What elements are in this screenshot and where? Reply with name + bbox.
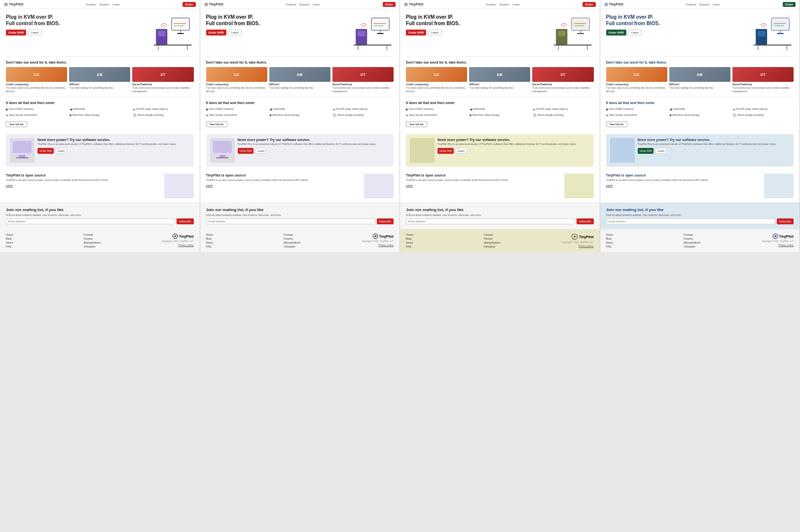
footer-reddit[interactable]: /r/tinypilot (684, 245, 756, 248)
footer-about[interactable]: About (606, 241, 678, 244)
nav-order-button[interactable]: Order (783, 2, 796, 7)
hero-buttons: Order $495 Learn (606, 30, 750, 35)
hero-learn-button[interactable]: Learn (628, 30, 642, 35)
nav-order-button[interactable]: Order (582, 2, 595, 7)
nav-product[interactable]: Product (286, 3, 296, 6)
nav-learn[interactable]: Learn (312, 3, 320, 6)
footer-contact[interactable]: Contact (684, 233, 756, 236)
footer-home[interactable]: Home (6, 233, 78, 236)
footer-about[interactable]: About (206, 241, 278, 244)
footer-privacy-link[interactable]: Privacy policy (378, 244, 394, 247)
opensource-learn-link[interactable]: Learn (606, 184, 613, 187)
email-input[interactable] (206, 218, 375, 224)
email-input[interactable] (6, 218, 175, 224)
see-full-list-button[interactable]: See full list (606, 121, 627, 127)
footer-twitter[interactable]: @tinypilotkvm (684, 241, 756, 244)
footer-blog[interactable]: Blog (206, 237, 278, 240)
email-input[interactable] (606, 218, 775, 224)
nav-learn[interactable]: Learn (112, 3, 120, 6)
footer-blog[interactable]: Blog (606, 237, 678, 240)
footer-twitter[interactable]: @tinypilotkvm (484, 241, 556, 244)
footer-home[interactable]: Home (406, 233, 478, 236)
footer-blog[interactable]: Blog (6, 237, 78, 240)
hero-learn-button[interactable]: Learn (228, 30, 242, 35)
footer-forums[interactable]: Forums (284, 237, 356, 240)
software-learn-button[interactable]: Learn (55, 148, 67, 154)
software-buttons: Order $49 Learn (238, 148, 390, 154)
nav-support[interactable]: Support (99, 3, 109, 6)
footer-about[interactable]: About (406, 241, 478, 244)
hero-learn-button[interactable]: Learn (428, 30, 441, 35)
footer-privacy-link[interactable]: Privacy policy (579, 245, 594, 248)
hero-order-button[interactable]: Order $495 (406, 30, 426, 35)
footer-faq[interactable]: FAQ (206, 245, 278, 248)
opensource-learn-link[interactable]: Learn (6, 184, 13, 187)
footer-reddit[interactable]: /r/tinypilot (84, 245, 156, 248)
nav-product[interactable]: Product (686, 3, 696, 6)
footer-contact[interactable]: Contact (484, 233, 556, 236)
nav-product[interactable]: Product (86, 3, 96, 6)
software-order-button[interactable]: Order $49 (238, 148, 254, 154)
features-section: It does all that and then some ▶ Pure HT… (600, 97, 800, 131)
subscribe-button[interactable]: Subscribe (177, 218, 193, 224)
mailing-title: Join our mailing list, if you like (206, 208, 394, 212)
nav-support[interactable]: Support (299, 3, 309, 6)
nav-learn[interactable]: Learn (512, 3, 520, 6)
subscribe-button[interactable]: Subscribe (577, 218, 593, 224)
see-full-list-button[interactable]: See full list (206, 121, 227, 127)
nav-support[interactable]: Support (699, 3, 709, 6)
nav-learn[interactable]: Learn (712, 3, 720, 6)
footer-twitter[interactable]: @tinypilotkvm (284, 241, 356, 244)
hero-order-button[interactable]: Order $495 (6, 30, 26, 35)
footer-forums[interactable]: Forums (484, 237, 556, 240)
footer-contact[interactable]: Contact (84, 233, 156, 236)
avatar-2: DB (69, 67, 130, 82)
svg-marker-54 (606, 3, 607, 5)
testimonial-quote-3: "Full control over your browser and it r… (532, 86, 593, 93)
hero-order-button[interactable]: Order $495 (206, 30, 226, 35)
software-learn-button[interactable]: Learn (655, 148, 667, 154)
svg-rect-14 (13, 141, 32, 153)
footer-about[interactable]: About (6, 241, 78, 244)
footer-blog[interactable]: Blog (406, 237, 478, 240)
software-order-button[interactable]: Order $49 (638, 148, 654, 154)
footer-home[interactable]: Home (606, 233, 678, 236)
footer-links: Home Contact Blog Forums About @tinypilo… (406, 233, 555, 248)
email-input[interactable] (406, 218, 575, 224)
nav-support[interactable]: Support (499, 3, 509, 6)
subscribe-button[interactable]: Subscribe (777, 218, 794, 224)
footer-contact[interactable]: Contact (284, 233, 356, 236)
footer-privacy-link[interactable]: Privacy policy (778, 244, 794, 247)
feature-icon-2: ◀ (269, 107, 272, 111)
software-learn-button[interactable]: Learn (455, 148, 467, 154)
footer-faq[interactable]: FAQ (406, 245, 478, 248)
footer-forums[interactable]: Forums (684, 237, 756, 240)
software-buttons: Order $49 Learn (638, 148, 790, 154)
footer-reddit[interactable]: /r/tinypilot (484, 245, 556, 248)
opensource-learn-link[interactable]: Learn (406, 184, 413, 187)
testimonials-title: Don't take our word for it, take theirs. (606, 61, 794, 64)
footer-right: TinyPilot Copyright © 2021, TinyPilot, L… (561, 233, 593, 248)
software-order-button[interactable]: Order $49 (437, 148, 454, 154)
software-order-button[interactable]: Order $49 (37, 148, 54, 154)
footer-faq[interactable]: FAQ (606, 245, 678, 248)
footer-reddit[interactable]: /r/tinypilot (284, 245, 356, 248)
hero-learn-button[interactable]: Learn (28, 30, 41, 35)
footer-forums[interactable]: Forums (84, 237, 156, 240)
see-full-list-button[interactable]: See full list (406, 121, 427, 127)
footer-privacy-link[interactable]: Privacy policy (179, 244, 194, 247)
features-section: It does all that and then some ▶ Pure HT… (400, 97, 600, 131)
footer-twitter[interactable]: @tinypilotkvm (84, 241, 156, 244)
nav-order-button[interactable]: Order (182, 2, 195, 7)
subscribe-button[interactable]: Subscribe (377, 218, 394, 224)
feature-6: ☰ Virtual storage mounting (733, 113, 794, 117)
footer-home[interactable]: Home (206, 233, 278, 236)
opensource-learn-link[interactable]: Learn (206, 184, 213, 187)
hero-order-button[interactable]: Order $495 (606, 30, 626, 35)
navbar: TinyPilot Product Support Learn Order (200, 0, 400, 9)
see-full-list-button[interactable]: See full list (6, 121, 27, 127)
footer-faq[interactable]: FAQ (6, 245, 78, 248)
nav-product[interactable]: Product (486, 3, 496, 6)
software-learn-button[interactable]: Learn (255, 148, 267, 154)
nav-order-button[interactable]: Order (383, 2, 396, 7)
